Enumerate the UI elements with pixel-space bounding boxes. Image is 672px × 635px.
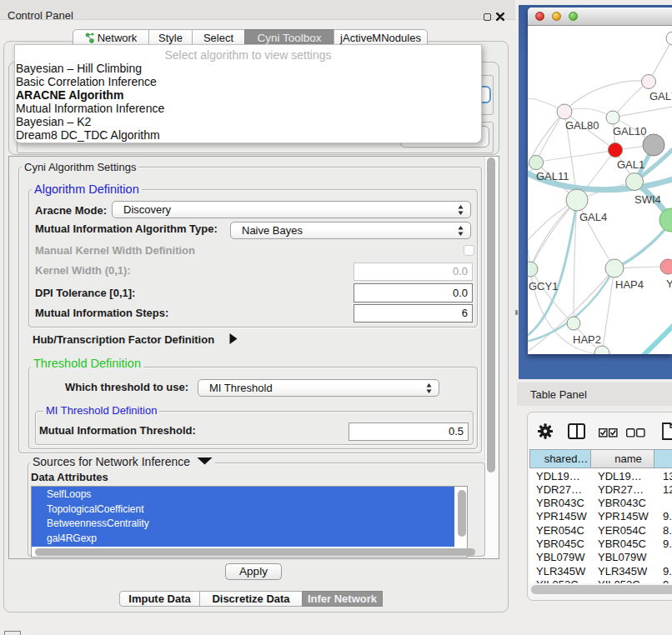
svg-text:GAL1: GAL1 (617, 158, 644, 171)
svg-text:GAL11: GAL11 (536, 170, 569, 182)
svg-text:HAP2: HAP2 (573, 333, 601, 346)
svg-text:Y: Y (666, 278, 672, 290)
svg-text:GAL7: GAL7 (649, 90, 672, 102)
svg-text:GAL10: GAL10 (613, 125, 646, 138)
svg-text:SWI4: SWI4 (634, 193, 661, 206)
svg-text:GAL4: GAL4 (579, 211, 607, 223)
svg-text:GAL80: GAL80 (565, 119, 599, 132)
svg-text:GCY1: GCY1 (529, 280, 558, 292)
svg-text:HAP4: HAP4 (615, 278, 644, 291)
